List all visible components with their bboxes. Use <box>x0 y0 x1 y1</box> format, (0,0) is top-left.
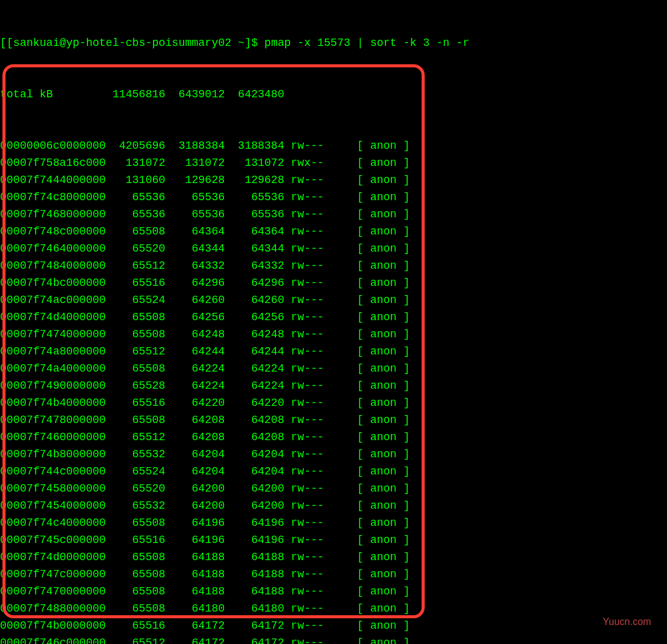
pmap-row: 00007f74bc000000 65516 64296 64296 rw---… <box>0 274 667 291</box>
pmap-row: 00007f7478000000 65508 64208 64208 rw---… <box>0 411 667 429</box>
watermark: Yuucn.com <box>603 613 651 631</box>
open-bracket: [ <box>0 37 7 49</box>
pmap-row: 00007f7444000000 131060 129628 129628 rw… <box>0 171 667 189</box>
pmap-row: 00007f7474000000 65508 64248 64248 rw---… <box>0 326 667 343</box>
pmap-total-row: total kB 11456816 6439012 6423480 <box>0 86 667 103</box>
pmap-row: 00007f74b4000000 65516 64220 64220 rw---… <box>0 394 667 411</box>
pmap-row: 00007f7484000000 65512 64332 64332 rw---… <box>0 257 667 274</box>
pmap-row: 00007f7488000000 65508 64180 64180 rw---… <box>0 600 667 617</box>
pmap-row: 00007f745c000000 65516 64196 64196 rw---… <box>0 531 667 549</box>
pmap-row: 00007f74c8000000 65536 65536 65536 rw---… <box>0 189 667 206</box>
pmap-row: 00007f746c000000 65512 64172 64172 rw---… <box>0 634 667 644</box>
pmap-row: 00007f758a16c000 131072 131072 131072 rw… <box>0 154 667 171</box>
prompt-user-host: [sankuai@yp-hotel-cbs-poisummary02 ~]$ <box>7 37 264 49</box>
pmap-row: 00007f74a8000000 65512 64244 64244 rw---… <box>0 343 667 360</box>
pmap-row: 00007f7470000000 65508 64188 64188 rw---… <box>0 583 667 600</box>
pmap-row: 00000006c0000000 4205696 3188384 3188384… <box>0 137 667 154</box>
pmap-row: 00007f74d4000000 65508 64256 64256 rw---… <box>0 309 667 326</box>
pmap-row: 00007f74b8000000 65532 64204 64204 rw---… <box>0 446 667 463</box>
pmap-row: 00007f74a4000000 65508 64224 64224 rw---… <box>0 360 667 377</box>
terminal[interactable]: [[sankuai@yp-hotel-cbs-poisummary02 ~]$ … <box>0 0 667 644</box>
pmap-row: 00007f7464000000 65520 64344 64344 rw---… <box>0 240 667 257</box>
pmap-row: 00007f7458000000 65520 64200 64200 rw---… <box>0 480 667 497</box>
pmap-row: 00007f7460000000 65512 64208 64208 rw---… <box>0 429 667 446</box>
pmap-row: 00007f7468000000 65536 65536 65536 rw---… <box>0 206 667 223</box>
prompt-command: pmap -x 15573 | sort -k 3 -n -r <box>264 37 469 49</box>
pmap-row: 00007f744c000000 65524 64204 64204 rw---… <box>0 463 667 480</box>
pmap-row: 00007f74b0000000 65516 64172 64172 rw---… <box>0 617 667 634</box>
pmap-row: 00007f74d0000000 65508 64188 64188 rw---… <box>0 549 667 566</box>
pmap-row: 00007f7490000000 65528 64224 64224 rw---… <box>0 377 667 394</box>
pmap-row: 00007f74c4000000 65508 64196 64196 rw---… <box>0 514 667 531</box>
prompt-line: [[sankuai@yp-hotel-cbs-poisummary02 ~]$ … <box>0 34 667 51</box>
pmap-row: 00007f747c000000 65508 64188 64188 rw---… <box>0 566 667 583</box>
pmap-row: 00007f748c000000 65508 64364 64364 rw---… <box>0 223 667 240</box>
pmap-rows: 00000006c0000000 4205696 3188384 3188384… <box>0 137 667 644</box>
pmap-row: 00007f7454000000 65532 64200 64200 rw---… <box>0 497 667 514</box>
pmap-row: 00007f74ac000000 65524 64260 64260 rw---… <box>0 291 667 309</box>
